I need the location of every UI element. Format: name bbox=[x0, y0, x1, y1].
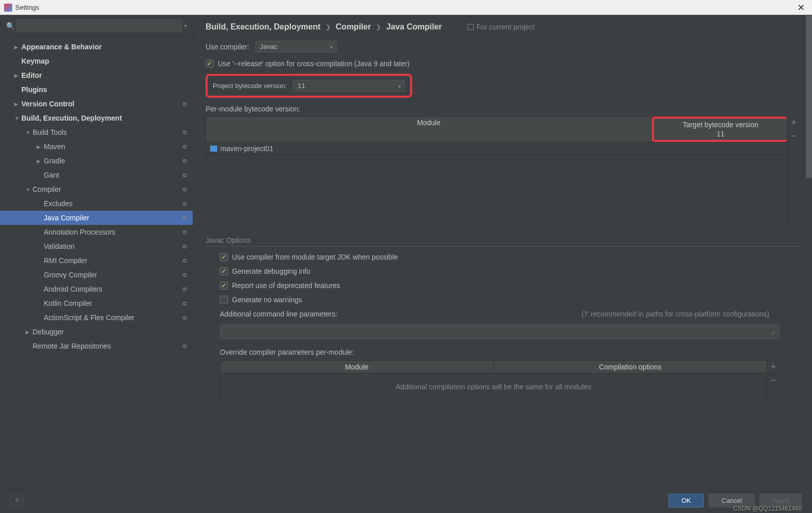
copy-icon: ⧉ bbox=[183, 186, 187, 193]
chevron-right-icon: ❯ bbox=[376, 23, 381, 31]
table-row[interactable]: maven-project01 bbox=[206, 142, 787, 155]
footer: ? OK Cancel Apply bbox=[0, 488, 812, 513]
tree-item-label: Validation bbox=[44, 242, 183, 250]
project-bytecode-select[interactable]: 11 bbox=[293, 80, 405, 92]
target-version-header-label: Target bytecode version bbox=[658, 121, 783, 129]
project-scope-label: For current project bbox=[477, 23, 535, 31]
tree-arrow-icon[interactable]: ▶ bbox=[14, 73, 21, 78]
override-label: Override compiler parameters per-module: bbox=[206, 348, 800, 356]
tree-item-keymap[interactable]: Keymap bbox=[0, 54, 193, 68]
override-table-buttons: + − bbox=[767, 360, 779, 401]
breadcrumb-item[interactable]: Compiler bbox=[336, 22, 371, 32]
opt-debug-row[interactable]: Generate debugging info bbox=[206, 267, 800, 275]
tree-item-rmi-compiler[interactable]: RMI Compiler⧉ bbox=[0, 253, 193, 268]
release-option-checkbox[interactable] bbox=[206, 60, 214, 68]
tree-item-plugins[interactable]: Plugins bbox=[0, 82, 193, 97]
settings-tree: ▶Appearance & BehaviorKeymap▶EditorPlugi… bbox=[0, 37, 193, 488]
tree-item-remote-jar-repositories[interactable]: Remote Jar Repositories⧉ bbox=[0, 339, 193, 353]
tree-item-label: RMI Compiler bbox=[44, 256, 183, 265]
use-compiler-label: Use compiler: bbox=[206, 43, 249, 51]
tree-item-validation[interactable]: Validation⧉ bbox=[0, 239, 193, 253]
tree-item-appearance-behavior[interactable]: ▶Appearance & Behavior bbox=[0, 40, 193, 54]
version-cell bbox=[654, 142, 787, 155]
tree-item-label: Build, Execution, Deployment bbox=[21, 114, 187, 122]
tree-item-label: Version Control bbox=[21, 100, 183, 108]
remove-module-button[interactable]: − bbox=[788, 129, 800, 142]
module-cell: maven-project01 bbox=[206, 142, 654, 155]
tree-arrow-icon[interactable]: ▶ bbox=[25, 329, 33, 335]
expand-icon[interactable]: ⤢ bbox=[771, 330, 775, 336]
copy-icon bbox=[468, 24, 474, 30]
module-header: Module bbox=[206, 117, 652, 142]
remove-override-button[interactable]: − bbox=[767, 374, 779, 387]
opt-target-jdk-row[interactable]: Use compiler from module target JDK when… bbox=[206, 253, 800, 261]
tree-item-label: Keymap bbox=[21, 57, 187, 65]
tree-item-version-control[interactable]: ▶Version Control⧉ bbox=[0, 97, 193, 111]
tree-arrow-icon[interactable]: ▶ bbox=[14, 101, 21, 107]
tree-item-label: Groovy Compiler bbox=[44, 271, 183, 279]
tree-item-label: Build Tools bbox=[33, 128, 183, 136]
opt-deprecated-checkbox[interactable] bbox=[220, 281, 228, 290]
tree-item-compiler[interactable]: ▼Compiler⧉ bbox=[0, 182, 193, 196]
content-panel: Build, Execution, Deployment ❯ Compiler … bbox=[193, 15, 812, 488]
tree-item-gradle[interactable]: ▶Gradle⧉ bbox=[0, 154, 193, 168]
tree-item-debugger[interactable]: ▶Debugger bbox=[0, 325, 193, 339]
tree-item-label: Plugins bbox=[21, 86, 187, 94]
tree-item-label: Remote Jar Repositories bbox=[33, 342, 183, 350]
opt-debug-checkbox[interactable] bbox=[220, 267, 228, 275]
use-compiler-select[interactable]: Javac bbox=[255, 41, 337, 52]
copy-icon: ⧉ bbox=[183, 243, 187, 250]
target-version-value[interactable]: 11 bbox=[658, 130, 783, 138]
tree-arrow-icon[interactable]: ▼ bbox=[25, 130, 33, 135]
module-table-buttons: + − bbox=[788, 116, 800, 227]
chevron-right-icon: ❯ bbox=[326, 23, 331, 31]
table-empty-area bbox=[206, 155, 787, 226]
opt-nowarn-checkbox[interactable] bbox=[220, 296, 228, 304]
per-module-section: Per-module bytecode version: Module Targ… bbox=[206, 105, 800, 227]
tree-arrow-icon[interactable]: ▶ bbox=[37, 158, 44, 164]
tree-item-annotation-processors[interactable]: Annotation Processors⧉ bbox=[0, 225, 193, 239]
tree-item-build-tools[interactable]: ▼Build Tools⧉ bbox=[0, 125, 193, 139]
module-table: Module Target bytecode version 11 maven-… bbox=[206, 116, 788, 227]
close-icon[interactable]: ✕ bbox=[794, 2, 808, 13]
additional-params-input[interactable] bbox=[220, 324, 779, 339]
tree-item-label: Appearance & Behavior bbox=[21, 43, 187, 51]
tree-item-groovy-compiler[interactable]: Groovy Compiler⧉ bbox=[0, 268, 193, 282]
opt-deprecated-row[interactable]: Report use of deprecated features bbox=[206, 281, 800, 290]
tree-item-build-execution-deployment[interactable]: ▼Build, Execution, Deployment bbox=[0, 111, 193, 125]
tree-arrow-icon[interactable]: ▶ bbox=[37, 144, 44, 150]
window-title: Settings bbox=[15, 4, 794, 11]
opt-target-jdk-checkbox[interactable] bbox=[220, 253, 228, 261]
tree-item-excludes[interactable]: Excludes⧉ bbox=[0, 196, 193, 211]
tree-item-maven[interactable]: ▶Maven⧉ bbox=[0, 139, 193, 154]
scrollbar-thumb[interactable] bbox=[806, 15, 812, 178]
opt-target-jdk-label: Use compiler from module target JDK when… bbox=[232, 253, 398, 261]
tree-arrow-icon[interactable]: ▼ bbox=[25, 187, 33, 192]
copy-icon: ⧉ bbox=[183, 144, 187, 150]
tree-arrow-icon[interactable]: ▶ bbox=[14, 44, 21, 50]
use-compiler-select-wrap: Javac bbox=[255, 41, 337, 52]
tree-item-label: Annotation Processors bbox=[44, 228, 183, 236]
add-module-button[interactable]: + bbox=[788, 116, 800, 129]
search-input[interactable] bbox=[17, 19, 182, 32]
tree-item-kotlin-compiler[interactable]: Kotlin Compiler⧉ bbox=[0, 296, 193, 310]
opt-deprecated-label: Report use of deprecated features bbox=[232, 281, 340, 290]
ok-button[interactable]: OK bbox=[669, 494, 704, 507]
copy-icon: ⧉ bbox=[183, 229, 187, 236]
opt-nowarn-row[interactable]: Generate no warnings bbox=[206, 296, 800, 304]
tree-arrow-icon[interactable]: ▼ bbox=[14, 116, 21, 121]
search-dropdown-icon[interactable]: ▾ bbox=[184, 23, 187, 28]
tree-item-actionscript-flex-compiler[interactable]: ActionScript & Flex Compiler⧉ bbox=[0, 310, 193, 325]
breadcrumb-item[interactable]: Build, Execution, Deployment bbox=[206, 22, 321, 32]
release-option-row[interactable]: Use '--release' option for cross-compila… bbox=[206, 60, 800, 68]
tree-item-android-compilers[interactable]: Android Compilers⧉ bbox=[0, 282, 193, 296]
tree-item-gant[interactable]: Gant⧉ bbox=[0, 168, 193, 182]
project-scope-badge: For current project bbox=[468, 23, 535, 31]
tree-item-label: Gradle bbox=[44, 157, 183, 165]
add-override-button[interactable]: + bbox=[767, 360, 779, 374]
scrollbar[interactable] bbox=[806, 15, 812, 488]
tree-item-editor[interactable]: ▶Editor bbox=[0, 68, 193, 82]
help-button[interactable]: ? bbox=[10, 494, 23, 507]
override-module-header: Module bbox=[220, 361, 494, 373]
tree-item-java-compiler[interactable]: Java Compiler⧉ bbox=[0, 211, 193, 225]
